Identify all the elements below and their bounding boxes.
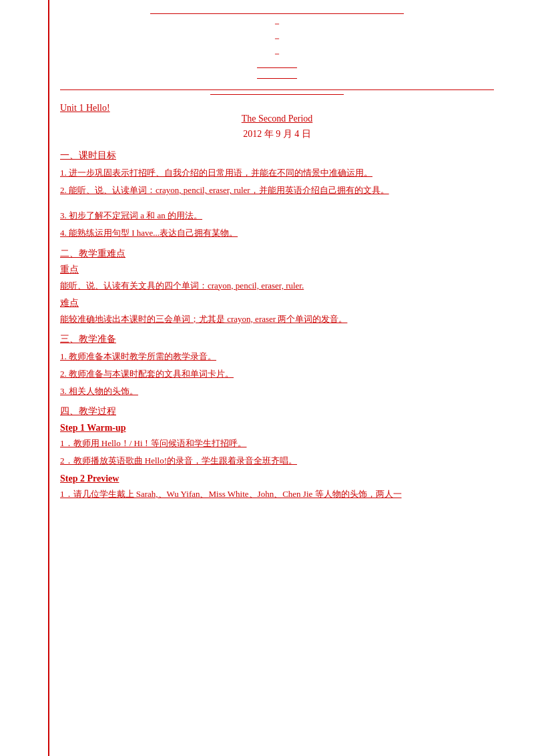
- section1-item-1: 1. 进一步巩固表示打招呼、自我介绍的日常用语，并能在不同的情景中准确运用。: [60, 166, 494, 180]
- section2-subheading1: 重点: [60, 264, 494, 276]
- date-line: 2012 年 9 月 4 日: [60, 128, 494, 140]
- left-border: [48, 0, 49, 756]
- section2-subheading2: 难点: [60, 297, 494, 309]
- section4-heading: 四、教学过程: [60, 405, 494, 417]
- section1-item-2: 2. 能听、说、认读单词：crayon, pencil, eraser, rul…: [60, 183, 494, 198]
- section2-item-1: 能听、说、认读有关文具的四个单词：crayon, pencil, eraser,…: [60, 278, 494, 293]
- section2-heading: 二、教学重难点: [60, 248, 494, 260]
- period-title: The Second Period: [60, 114, 494, 124]
- header-short-lines: [60, 61, 494, 83]
- section3-heading: 三、教学准备: [60, 333, 494, 345]
- full-divider-top: [60, 89, 494, 90]
- page-content: － － － Unit 1 Hello! The Second Period 20…: [60, 0, 494, 502]
- section1-item-5: 4. 能熟练运用句型 I have...表达自己拥有某物。: [60, 226, 494, 240]
- section1-item-4: 3. 初步了解不定冠词 a 和 an 的用法。: [60, 208, 494, 223]
- dash-3: －: [60, 47, 494, 61]
- section3-item-3: 3. 相关人物的头饰。: [60, 384, 494, 399]
- header-section: － － －: [60, 13, 494, 83]
- step2-label: Step 2 Preview: [60, 474, 494, 484]
- short-line-1: [257, 67, 297, 68]
- dash-1: －: [60, 17, 494, 31]
- section3-item-2: 2. 教师准备与本课时配套的文具和单词卡片。: [60, 367, 494, 381]
- sub-divider: [210, 94, 344, 95]
- dash-2: －: [60, 31, 494, 46]
- short-line-2: [257, 78, 297, 79]
- section3-item-1: 1. 教师准备本课时教学所需的教学录音。: [60, 349, 494, 364]
- step1-item-1: 1．教师用 Hello！/ Hi！等问候语和学生打招呼。: [60, 436, 494, 451]
- step2-item-1: 1．请几位学生戴上 Sarah,、Wu Yifan、Miss White、Joh…: [60, 487, 494, 502]
- header-long-line: [150, 13, 404, 14]
- section1-heading: 一、课时目标: [60, 150, 494, 162]
- step1-item-2: 2．教师播放英语歌曲 Hello!的录音，学生跟着录音全班齐唱。: [60, 453, 494, 468]
- unit-title: Unit 1 Hello!: [60, 103, 110, 113]
- section2-item-2: 能较准确地读出本课时的三会单词；尤其是 crayon, eraser 两个单词的…: [60, 312, 494, 327]
- step1-label: Step 1 Warm-up: [60, 423, 494, 433]
